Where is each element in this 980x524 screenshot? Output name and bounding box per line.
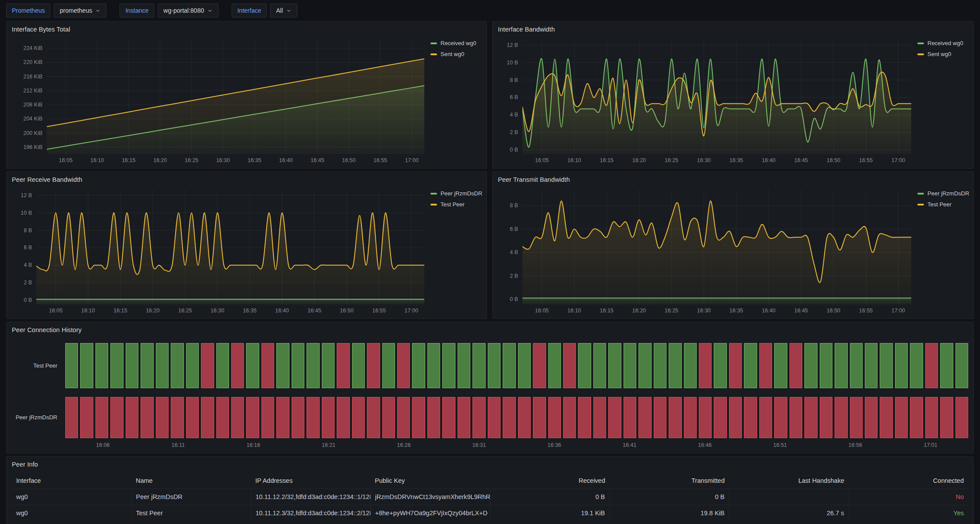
- variable-dropdown-interface[interactable]: All: [270, 4, 297, 18]
- time-series-chart[interactable]: 12 B10 B8 B6 B4 B2 B0 B16:0516:1016:1516…: [12, 189, 483, 316]
- column-header-public-key[interactable]: Public Key: [370, 473, 490, 489]
- state-bar-connected: [110, 343, 123, 388]
- column-header-name[interactable]: Name: [131, 473, 251, 489]
- legend-item[interactable]: Test Peer: [917, 201, 952, 208]
- table-cell: [729, 489, 849, 505]
- panel-interface-bytes-total: Interface Bytes Total 224 KiB220 KiB216 …: [6, 21, 487, 169]
- variable-value-text: prometheus: [60, 7, 92, 14]
- plot-canvas[interactable]: [522, 39, 911, 154]
- grafana-dashboard: Prometheus prometheus Instance wg-portal…: [0, 0, 980, 524]
- state-bar-connected: [488, 343, 501, 388]
- plot-area[interactable]: 16:0516:1016:1516:2016:2516:3016:3516:40…: [522, 39, 911, 166]
- y-tick-label: 6 B: [24, 244, 32, 251]
- column-header-last-handshake[interactable]: Last Handshake: [729, 473, 849, 489]
- time-series-chart[interactable]: 8 B6 B4 B2 B0 B16:0516:1016:1516:2016:25…: [498, 189, 970, 316]
- table-cell: Yes: [849, 505, 968, 521]
- variable-dropdown-instance[interactable]: wg-portal:8080: [158, 4, 219, 18]
- y-tick-label: 12 B: [21, 192, 32, 198]
- state-bar-disconnected: [352, 397, 365, 439]
- panel-title[interactable]: Interface Bytes Total: [12, 26, 70, 33]
- variable-dropdown-prometheus[interactable]: prometheus: [54, 4, 106, 18]
- state-bar-connected: [186, 343, 199, 388]
- state-bar-connected: [276, 343, 289, 388]
- column-header-ip-addresses[interactable]: IP Addresses: [251, 473, 370, 489]
- plot-area[interactable]: 16:0516:1016:1516:2016:2516:3016:3516:40…: [522, 189, 911, 316]
- state-bar-connected: [955, 343, 968, 388]
- x-tick-label: 16:05: [46, 308, 66, 314]
- variable-value-text: All: [276, 7, 283, 14]
- column-header-interface[interactable]: Interface: [12, 473, 131, 489]
- panel-peer-transmit-bandwidth: Peer Transmit Bandwidth 8 B6 B4 B2 B0 B1…: [492, 171, 974, 319]
- panel-title[interactable]: Peer Info: [12, 461, 38, 468]
- x-tick-label: 16:50: [823, 308, 843, 314]
- state-bar-connected: [427, 343, 440, 388]
- legend-series-label: Test Peer: [927, 201, 952, 208]
- plot-canvas[interactable]: [36, 189, 424, 304]
- panel-title[interactable]: Interface Bandwidth: [498, 26, 555, 33]
- time-series-chart[interactable]: 12 B10 B8 B6 B4 B2 B0 B16:0516:1016:1516…: [498, 39, 970, 166]
- timeline-bars[interactable]: [65, 397, 968, 439]
- x-tick-label: 16:21: [317, 442, 339, 448]
- state-timeline[interactable]: Test PeerPeer jRzmDsDR16:0616:1116:1616:…: [12, 340, 968, 450]
- panel-title[interactable]: Peer Connection History: [12, 326, 81, 333]
- state-bar-connected: [216, 343, 229, 388]
- chevron-down-icon: [95, 8, 101, 14]
- state-bar-disconnected: [729, 343, 742, 388]
- panel-title[interactable]: Peer Receive Bandwidth: [12, 176, 82, 183]
- plot-canvas[interactable]: [522, 189, 911, 304]
- state-bar-connected: [593, 343, 606, 388]
- plot-area[interactable]: 16:0516:1016:1516:2016:2516:3016:3516:40…: [47, 39, 424, 166]
- state-bar-disconnected: [955, 397, 968, 439]
- column-header-connected[interactable]: Connected: [849, 473, 968, 489]
- x-axis: 16:0516:1016:1516:2016:2516:3016:3516:40…: [522, 154, 911, 166]
- timeline-bars[interactable]: [65, 343, 968, 388]
- y-tick-label: 200 KiB: [23, 130, 42, 136]
- x-tick-label: 16:10: [564, 157, 584, 163]
- x-tick-label: 16:10: [78, 308, 98, 314]
- state-bar-disconnected: [367, 397, 380, 439]
- legend-item[interactable]: Sent wg0: [430, 51, 464, 57]
- x-tick-label: 16:40: [272, 308, 292, 314]
- state-bar-disconnected: [638, 397, 651, 439]
- legend-item[interactable]: Peer jRzmDsDR: [917, 190, 969, 197]
- table-cell: +8he+pyWH7Oa9g2FVjIxQzy04brLX+D: [370, 505, 490, 521]
- y-tick-label: 220 KiB: [23, 59, 42, 65]
- state-bar-connected: [548, 343, 561, 388]
- x-tick-label: 16:55: [369, 308, 389, 314]
- column-header-transmitted[interactable]: Transmitted: [610, 473, 729, 489]
- state-bar-disconnected: [95, 397, 108, 439]
- legend-item[interactable]: Received wg0: [430, 40, 476, 46]
- y-tick-label: 2 B: [510, 129, 518, 135]
- x-tick-label: 16:50: [339, 157, 359, 163]
- legend-item[interactable]: Received wg0: [917, 40, 963, 46]
- time-series-chart[interactable]: 224 KiB220 KiB216 KiB212 KiB208 KiB204 K…: [12, 39, 483, 166]
- legend-item[interactable]: Peer jRzmDsDR: [430, 190, 482, 197]
- state-bar-disconnected: [533, 343, 546, 388]
- plot-area[interactable]: 16:0516:1016:1516:2016:2516:3016:3516:40…: [36, 189, 424, 316]
- state-bar-disconnected: [397, 397, 410, 439]
- state-bar-disconnected: [563, 343, 576, 388]
- x-tick-label: 16:15: [596, 308, 617, 314]
- legend: Received wg0Sent wg0: [424, 39, 483, 166]
- state-bar-connected: [503, 343, 515, 388]
- state-bar-connected: [880, 343, 892, 388]
- state-bar-connected: [744, 343, 757, 388]
- legend-item[interactable]: Test Peer: [430, 201, 465, 208]
- table-row: wg0Peer jRzmDsDR10.11.12.2/32,fdfd:d3ad:…: [12, 489, 968, 505]
- state-bar-disconnected: [925, 343, 938, 388]
- state-bar-disconnected: [80, 397, 93, 439]
- x-tick-label: 16:20: [629, 157, 649, 163]
- state-bar-connected: [669, 343, 681, 388]
- state-bar-disconnected: [231, 343, 244, 388]
- legend-item[interactable]: Sent wg0: [917, 51, 951, 57]
- column-header-received[interactable]: Received: [490, 473, 610, 489]
- table-cell: 10.11.12.2/32,fdfd:d3ad:c0de:1234::1/128: [251, 489, 370, 505]
- x-tick-label: 16:35: [244, 157, 264, 163]
- state-bar-connected: [156, 343, 169, 388]
- state-bar-disconnected: [563, 397, 576, 439]
- state-bar-disconnected: [382, 397, 395, 439]
- panel-title[interactable]: Peer Transmit Bandwidth: [498, 176, 570, 183]
- x-tick-label: 16:30: [213, 157, 233, 163]
- plot-canvas[interactable]: [47, 39, 424, 154]
- timeline-x-axis: 16:0616:1116:1616:2116:2616:3116:3616:41…: [65, 440, 968, 450]
